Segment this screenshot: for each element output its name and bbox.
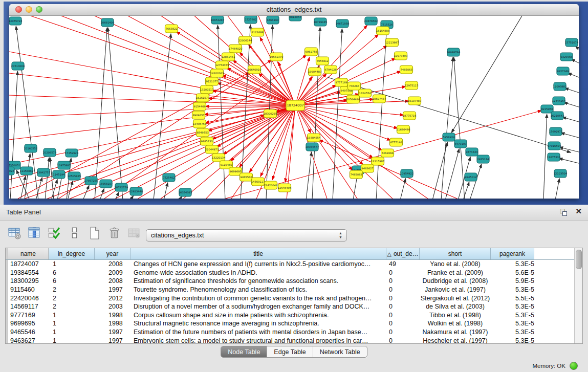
network-node[interactable]: 19354577 — [306, 143, 319, 151]
table-cell[interactable]: 5.3E-5 — [491, 312, 534, 319]
table-cell[interactable]: 5.3E-5 — [491, 329, 534, 336]
table-cell[interactable]: 5.3E-5 — [491, 337, 534, 344]
network-node[interactable]: 10653287 — [211, 16, 224, 24]
network-edge[interactable] — [564, 102, 579, 107]
network-node[interactable]: 20206576 — [43, 148, 56, 157]
scrollbar-thumb[interactable] — [576, 250, 582, 269]
network-node[interactable]: 11156869 — [20, 167, 33, 175]
table-cell[interactable]: 5.3E-5 — [491, 320, 534, 327]
clear-selection-button[interactable] — [66, 225, 82, 242]
network-node[interactable]: 16782759 — [115, 183, 128, 191]
network-node[interactable]: 2935114 — [477, 155, 489, 163]
table-cell[interactable]: Disruption of a novel member of a sodium… — [130, 303, 386, 310]
network-node[interactable]: 17016504 — [548, 142, 561, 150]
table-cell[interactable]: 2 — [49, 303, 95, 310]
table-cell[interactable]: 0 — [386, 295, 420, 302]
network-node[interactable]: 20876582 — [364, 17, 378, 25]
table-cell[interactable]: 5.3E-5 — [491, 286, 534, 293]
network-node[interactable]: 20513009 — [11, 62, 25, 70]
table-row[interactable]: 946554611997Estimation of the future num… — [6, 328, 582, 337]
network-node[interactable]: 746266 — [348, 82, 361, 90]
network-node[interactable]: 16107487 — [408, 97, 421, 105]
column-header-title[interactable]: title — [130, 248, 386, 259]
show-columns-button[interactable] — [26, 225, 42, 242]
network-node[interactable]: 8549553 — [197, 128, 209, 137]
network-edge[interactable] — [400, 179, 406, 199]
network-edge[interactable] — [555, 179, 559, 199]
table-cell[interactable]: 1998 — [95, 320, 130, 327]
network-node[interactable]: 1624554 — [359, 89, 372, 97]
network-node[interactable]: 9474444 — [466, 148, 478, 156]
column-header-year[interactable]: year — [95, 248, 130, 259]
memory-status-indicator-icon[interactable] — [570, 362, 578, 370]
network-node[interactable]: 10954922 — [400, 169, 413, 178]
network-node[interactable]: 17464020 — [229, 45, 242, 53]
table-cell[interactable]: Structural magnetic resonance image aver… — [130, 320, 386, 327]
table-cell[interactable]: Nakamura et al. (1997) — [420, 329, 491, 336]
network-node[interactable]: 20160552 — [24, 144, 37, 152]
float-panel-icon[interactable] — [559, 208, 568, 216]
table-cell[interactable]: 2012 — [95, 295, 130, 302]
table-cell[interactable]: 9115460 — [8, 286, 49, 293]
network-node[interactable]: 9465546 — [240, 173, 253, 181]
network-node[interactable]: 6794028 — [324, 65, 337, 74]
table-cell[interactable]: 1997 — [95, 286, 130, 293]
network-node[interactable]: 6479197 — [454, 140, 467, 148]
table-cell[interactable]: 18300295 — [8, 277, 49, 285]
network-node[interactable]: 14055724 — [9, 17, 23, 25]
table-cell[interactable]: 1 — [49, 312, 95, 319]
network-edge[interactable] — [217, 105, 295, 147]
network-node[interactable]: 8909657 — [192, 111, 205, 119]
network-edge[interactable] — [559, 158, 579, 163]
network-edge[interactable] — [222, 75, 295, 105]
table-cell[interactable]: 5.9E-5 — [491, 277, 534, 285]
table-row[interactable]: 911546021997Tourette syndrome. Phenomeno… — [6, 286, 582, 294]
network-node[interactable]: 9154469 — [193, 102, 206, 111]
table-row[interactable]: 1872400712008Changes of HCN gene express… — [6, 260, 582, 269]
column-header-short[interactable]: short — [420, 248, 491, 259]
table-row[interactable]: 2242004622012Investigating the contribut… — [6, 294, 582, 302]
network-edge[interactable] — [295, 105, 398, 128]
network-edge[interactable] — [565, 88, 579, 93]
network-node[interactable]: 16648784 — [447, 48, 461, 56]
table-cell[interactable]: 5.5E-5 — [491, 295, 534, 302]
network-node[interactable]: 18300295 — [264, 110, 277, 118]
table-cell[interactable]: 5.3E-5 — [491, 303, 534, 310]
network-node[interactable]: 16154808 — [376, 27, 389, 35]
table-row[interactable]: 946362711997Embryonic stem cells: a mode… — [6, 336, 582, 344]
table-cell[interactable]: 0 — [386, 320, 420, 327]
network-node[interactable]: 10719185 — [314, 18, 327, 26]
network-node[interactable]: 7485083 — [350, 170, 363, 179]
network-node[interactable]: 7955812 — [316, 57, 329, 65]
network-node[interactable]: 14202063 — [210, 69, 224, 77]
network-edge[interactable] — [306, 152, 312, 199]
network-node[interactable]: 9121077 — [206, 77, 219, 85]
network-node[interactable]: 12213987 — [385, 38, 399, 47]
table-cell[interactable]: 22420046 — [8, 295, 49, 302]
table-row[interactable]: 969969511998Structural magnetic resonanc… — [6, 319, 582, 328]
network-node[interactable]: 12093882 — [553, 82, 567, 91]
table-cell[interactable]: Yano et al. (2008) — [420, 260, 491, 268]
network-edge[interactable] — [15, 72, 249, 199]
network-canvas[interactable]: 1405572420691406106532871527602646616088… — [9, 16, 579, 199]
table-cell[interactable]: Wolkin et al. (1998) — [420, 320, 491, 327]
table-cell[interactable]: 2009 — [95, 269, 130, 276]
table-cell[interactable]: 6 — [49, 269, 95, 276]
network-node[interactable]: 12215987 — [371, 157, 384, 165]
table-cell[interactable]: 1997 — [95, 329, 130, 336]
network-node[interactable]: 16354383 — [179, 188, 192, 196]
table-cell[interactable]: Genome-wide association studies in ADHD. — [130, 269, 386, 276]
network-edge[interactable] — [445, 149, 459, 199]
table-cell[interactable]: Tibbo et al. (1998) — [420, 312, 491, 319]
table-cell[interactable]: 0 — [386, 312, 420, 319]
table-cell[interactable]: 1 — [49, 320, 95, 327]
table-row[interactable]: 1830029562008Estimation of significance … — [6, 277, 582, 286]
network-node[interactable]: 15692971 — [549, 127, 562, 136]
table-cell[interactable]: Changes of HCN gene expression and I(f) … — [130, 260, 386, 268]
network-node[interactable]: 7525402 — [163, 173, 175, 182]
table-cell[interactable]: Jankovic et al. (1997) — [420, 286, 491, 293]
table-cell[interactable]: 2008 — [95, 277, 130, 285]
network-node[interactable]: 17359928 — [65, 149, 78, 157]
table-cell[interactable]: 49 — [386, 260, 420, 268]
network-node[interactable]: 14569117 — [251, 178, 265, 186]
